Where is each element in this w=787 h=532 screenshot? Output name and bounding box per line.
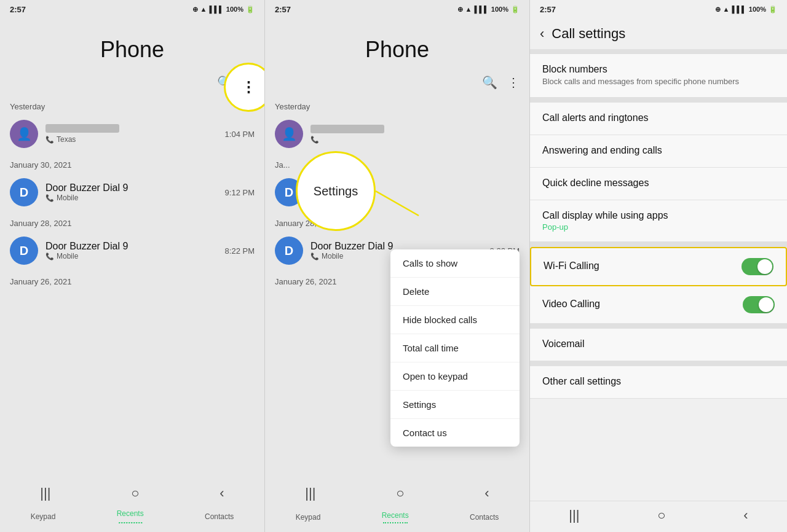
bottom-nav-1: Keypad Recents Contacts ||| ○ ‹	[0, 503, 264, 532]
dropdown-item-total-call-time[interactable]: Total call time	[390, 334, 520, 362]
video-calling-row: Video Calling	[542, 296, 775, 313]
more-options-icon-2[interactable]: ⋮	[507, 75, 520, 90]
call-type-label-p2-3: Mobile	[322, 252, 343, 260]
status-icons-3: ⊕ ▲ ▌▌▌ 100% 🔋	[715, 6, 777, 14]
settings-item-call-alerts[interactable]: Call alerts and ringtones	[530, 103, 787, 135]
settings-item-quick-decline[interactable]: Quick decline messages	[530, 168, 787, 200]
sys-nav-2: ||| ○ ‹	[265, 485, 529, 501]
settings-item-other-call-settings[interactable]: Other call settings	[530, 366, 787, 399]
recents-label-1: Recents	[117, 509, 144, 518]
nav-keypad-1[interactable]: Keypad	[31, 512, 56, 521]
divider-3	[530, 324, 787, 329]
dropdown-item-calls-to-show[interactable]: Calls to show	[390, 249, 520, 278]
phone-type-icon-p2-1: 📞	[310, 136, 319, 144]
wifi-icon-3: ▲	[723, 6, 730, 13]
signal-icon-3: ▌▌▌	[732, 6, 746, 13]
call-item-1[interactable]: 👤 📞 Texas 1:04 PM	[0, 114, 264, 154]
sys-nav-3: ||| ○ ‹	[530, 501, 787, 532]
search-icon-2[interactable]: 🔍	[482, 75, 497, 90]
avatar-2: D	[10, 178, 38, 206]
settings-list: Block numbers Block calls and messages f…	[530, 54, 787, 501]
wifi-icon-2: ▲	[465, 6, 472, 13]
phone-type-icon-p2-3: 📞	[310, 252, 319, 260]
settings-circle[interactable]: Settings	[296, 151, 376, 231]
nav-contacts-1[interactable]: Contacts	[205, 512, 234, 521]
battery-icon-3: 🔋	[769, 6, 777, 14]
section-label-jan30: January 30, 2021	[0, 154, 264, 172]
sys-circle-icon-2[interactable]: ○	[396, 485, 404, 501]
signal-icon: ▌▌▌	[209, 6, 223, 13]
video-calling-title: Video Calling	[542, 299, 600, 310]
location-text-1: Texas	[57, 135, 76, 144]
sys-bars-icon-3[interactable]: |||	[569, 507, 579, 523]
dropdown-item-contact-us[interactable]: Contact us	[390, 419, 520, 447]
call-type-label-2: Mobile	[57, 194, 78, 202]
call-item-2[interactable]: D Door Buzzer Dial 9 📞 Mobile 9:12 PM	[0, 172, 264, 213]
settings-item-video-calling[interactable]: Video Calling	[530, 286, 787, 324]
settings-title: Call settings	[552, 26, 625, 42]
recents-underline-2	[383, 522, 408, 523]
nav-keypad-2[interactable]: Keypad	[296, 513, 321, 522]
panel-1: 2:57 ⊕ ▲ ▌▌▌ 100% 🔋 Phone 🔍 ⋮ ⋮ Yesterda…	[0, 0, 264, 532]
quick-decline-title: Quick decline messages	[542, 178, 775, 189]
call-time-2: 9:12 PM	[225, 188, 255, 197]
call-type-2: 📞 Mobile	[45, 194, 218, 202]
sys-bars-icon-2[interactable]: |||	[305, 485, 315, 501]
settings-item-voicemail[interactable]: Voicemail	[530, 329, 787, 361]
bottom-nav-2: Keypad Recents Contacts ||| ○ ‹	[265, 505, 529, 532]
nav-recents-2[interactable]: Recents	[382, 511, 409, 523]
recents-label-2: Recents	[382, 511, 409, 520]
video-calling-toggle[interactable]	[743, 296, 775, 313]
call-name-2: Door Buzzer Dial 9	[45, 182, 218, 194]
settings-item-call-display[interactable]: Call display while using apps Pop-up	[530, 200, 787, 242]
settings-circle-label: Settings	[314, 184, 358, 198]
recents-underline-1	[118, 522, 143, 523]
battery-label: 100%	[226, 6, 243, 13]
dropdown-item-delete[interactable]: Delete	[390, 278, 520, 306]
call-alerts-title: Call alerts and ringtones	[542, 112, 775, 123]
sys-bars-icon-1[interactable]: |||	[40, 485, 50, 501]
keypad-label-2: Keypad	[296, 513, 321, 522]
call-list-1: Yesterday 👤 📞 Texas 1:04 PM January 30, …	[0, 96, 264, 532]
block-numbers-title: Block numbers	[542, 64, 775, 75]
settings-divider-top	[530, 49, 787, 54]
voicemail-title: Voicemail	[542, 338, 775, 350]
settings-item-block-numbers[interactable]: Block numbers Block calls and messages f…	[530, 54, 787, 98]
settings-header: ‹ Call settings	[530, 18, 787, 49]
avatar-3: D	[10, 237, 38, 265]
sys-back-icon-1[interactable]: ‹	[219, 485, 224, 501]
call-info-2: Door Buzzer Dial 9 📞 Mobile	[45, 182, 218, 202]
dropdown-item-settings[interactable]: Settings	[390, 391, 520, 419]
call-item-3[interactable]: D Door Buzzer Dial 9 📞 Mobile 8:22 PM	[0, 230, 264, 271]
block-numbers-subtitle: Block calls and messages from specific p…	[542, 76, 775, 87]
phone-type-icon-2: 📞	[45, 194, 54, 202]
back-button[interactable]: ‹	[540, 26, 544, 42]
section-label-yesterday-2: Yesterday	[265, 96, 529, 114]
location-icon-2: ⊕	[457, 6, 463, 14]
call-time-1: 1:04 PM	[225, 130, 255, 139]
dropdown-item-hide-blocked[interactable]: Hide blocked calls	[390, 306, 520, 334]
settings-item-answering[interactable]: Answering and ending calls	[530, 135, 787, 168]
call-item-p2-1[interactable]: 👤 📞	[265, 114, 529, 154]
sys-back-icon-3[interactable]: ‹	[743, 507, 748, 523]
call-type-p2-1: 📞	[310, 136, 520, 144]
time-3: 2:57	[540, 5, 556, 14]
sys-circle-icon-1[interactable]: ○	[131, 485, 139, 501]
dropdown-item-open-keypad[interactable]: Open to keypad	[390, 362, 520, 391]
divider-4	[530, 361, 787, 366]
keypad-label-1: Keypad	[31, 512, 56, 521]
settings-item-wifi-calling[interactable]: Wi-Fi Calling	[530, 247, 787, 286]
nav-recents-1[interactable]: Recents	[117, 509, 144, 523]
location-icon-3: ⊕	[715, 6, 721, 14]
wifi-calling-toggle[interactable]	[742, 258, 773, 275]
section-label-jan28: January 28, 2021	[0, 213, 264, 230]
sys-back-icon-2[interactable]: ‹	[484, 485, 489, 501]
avatar-1: 👤	[10, 120, 38, 148]
avatar-p2-3: D	[275, 237, 303, 265]
nav-contacts-2[interactable]: Contacts	[470, 513, 499, 522]
sys-circle-icon-3[interactable]: ○	[657, 507, 665, 523]
status-icons-1: ⊕ ▲ ▌▌▌ 100% 🔋	[192, 6, 255, 14]
call-info-3: Door Buzzer Dial 9 📞 Mobile	[45, 241, 218, 260]
status-icons-2: ⊕ ▲ ▌▌▌ 100% 🔋	[457, 6, 520, 14]
call-type-3: 📞 Mobile	[45, 252, 218, 260]
